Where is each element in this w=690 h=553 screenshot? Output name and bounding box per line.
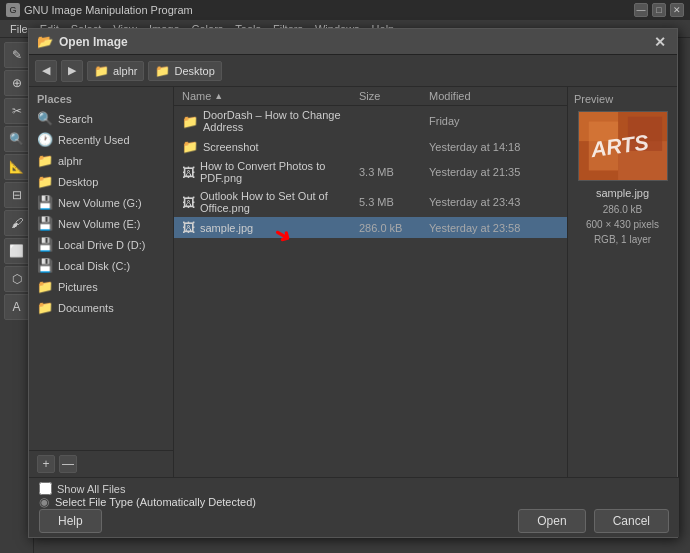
gimp-titlebar: G GNU Image Manipulation Program — □ ✕ (0, 0, 690, 20)
file-row-outlook[interactable]: 🖼 Outlook How to Set Out of Office.png 5… (174, 187, 567, 217)
places-item-recent[interactable]: 🕐 Recently Used (29, 129, 173, 150)
file-row-screenshot[interactable]: 📁 Screenshot Yesterday at 14:18 (174, 136, 567, 157)
dialog-folder-icon: 📂 (37, 34, 53, 49)
breadcrumb-alphr-label: alphr (113, 65, 137, 77)
tool-text[interactable]: A (4, 294, 30, 320)
file-modified-photos-pdf: Yesterday at 21:35 (429, 166, 559, 178)
pictures-folder-icon: 📁 (37, 279, 53, 294)
folder-icon-alphr: 📁 (94, 64, 109, 78)
gimp-window-controls: — □ ✕ (634, 3, 684, 17)
forward-button[interactable]: ▶ (61, 60, 83, 82)
open-image-dialog: 📂 Open Image ✕ ◀ ▶ 📁 alphr 📁 Desktop Pla… (28, 28, 678, 538)
file-modified-doordash: Friday (429, 115, 559, 127)
radio-icon: ◉ (39, 495, 49, 509)
gimp-close-button[interactable]: ✕ (670, 3, 684, 17)
preview-svg: ARTS (579, 111, 667, 181)
file-row-photos-pdf[interactable]: 🖼 How to Convert Photos to PDF.png 3.3 M… (174, 157, 567, 187)
primary-actions: Open Cancel (518, 509, 669, 533)
preview-header: Preview (574, 93, 613, 105)
breadcrumb-desktop[interactable]: 📁 Desktop (148, 61, 221, 81)
file-size-photos-pdf: 3.3 MB (359, 166, 429, 178)
file-name-outlook: Outlook How to Set Out of Office.png (200, 190, 359, 214)
dialog-body: Places 🔍 Search 🕐 Recently Used 📁 alphr … (29, 87, 677, 477)
file-size-sample: 286.0 kB (359, 222, 429, 234)
places-item-desktop[interactable]: 📁 Desktop (29, 171, 173, 192)
places-item-pictures[interactable]: 📁 Pictures (29, 276, 173, 297)
file-size-outlook: 5.3 MB (359, 196, 429, 208)
preview-dimensions: 600 × 430 pixels (586, 219, 659, 230)
col-header-name[interactable]: Name ▲ (182, 90, 359, 102)
tool-crop[interactable]: ✂ (4, 98, 30, 124)
places-item-alphr[interactable]: 📁 alphr (29, 150, 173, 171)
cancel-button[interactable]: Cancel (594, 509, 669, 533)
gimp-minimize-button[interactable]: — (634, 3, 648, 17)
tool-align[interactable]: ⊟ (4, 182, 30, 208)
file-modified-screenshot: Yesterday at 14:18 (429, 141, 559, 153)
tool-select[interactable]: ✎ (4, 42, 30, 68)
dialog-toolbar: ◀ ▶ 📁 alphr 📁 Desktop (29, 55, 677, 87)
places-recent-label: Recently Used (58, 134, 130, 146)
file-name-doordash: DoorDash – How to Change Address (203, 109, 359, 133)
places-header: Places (29, 87, 173, 108)
tool-erase[interactable]: ⬜ (4, 238, 30, 264)
tool-zoom[interactable]: 🔍 (4, 126, 30, 152)
back-button[interactable]: ◀ (35, 60, 57, 82)
show-all-files-label[interactable]: Show All Files (39, 482, 125, 495)
places-alphr-label: alphr (58, 155, 82, 167)
col-header-modified[interactable]: Modified (429, 90, 559, 102)
file-modified-sample: Yesterday at 23:58 (429, 222, 559, 234)
help-button[interactable]: Help (39, 509, 102, 533)
disk-c-icon: 💾 (37, 258, 53, 273)
places-vole-label: New Volume (E:) (58, 218, 141, 230)
places-item-volg[interactable]: 💾 New Volume (G:) (29, 192, 173, 213)
places-search-label: Search (58, 113, 93, 125)
tool-paint[interactable]: 🖌 (4, 210, 30, 236)
tool-measure[interactable]: 📐 (4, 154, 30, 180)
image-sample-icon: 🖼 (182, 220, 195, 235)
places-add-button[interactable]: + (37, 455, 55, 473)
file-row-doordash[interactable]: 📁 DoorDash – How to Change Address Frida… (174, 106, 567, 136)
drive-g-icon: 💾 (37, 195, 53, 210)
places-remove-button[interactable]: — (59, 455, 77, 473)
preview-size: 286.0 kB (603, 204, 642, 215)
open-button[interactable]: Open (518, 509, 585, 533)
places-drived-label: Local Drive D (D:) (58, 239, 145, 251)
preview-image: ARTS (578, 111, 668, 181)
places-item-drived[interactable]: 💾 Local Drive D (D:) (29, 234, 173, 255)
dialog-close-button[interactable]: ✕ (651, 33, 669, 51)
tool-move[interactable]: ⊕ (4, 70, 30, 96)
preview-mode: RGB, 1 layer (594, 234, 651, 245)
places-item-documents[interactable]: 📁 Documents (29, 297, 173, 318)
file-name-sample: sample.jpg (200, 222, 359, 234)
places-volg-label: New Volume (G:) (58, 197, 142, 209)
dialog-title: Open Image (59, 35, 128, 49)
breadcrumb-alphr[interactable]: 📁 alphr (87, 61, 144, 81)
places-documents-label: Documents (58, 302, 114, 314)
recent-icon: 🕐 (37, 132, 53, 147)
search-icon: 🔍 (37, 111, 53, 126)
places-item-diskc[interactable]: 💾 Local Disk (C:) (29, 255, 173, 276)
alphr-folder-icon: 📁 (37, 153, 53, 168)
col-header-size[interactable]: Size (359, 90, 429, 102)
folder-doordash-icon: 📁 (182, 114, 198, 129)
drive-d-icon: 💾 (37, 237, 53, 252)
bottom-row-filetype: ◉ Select File Type (Automatically Detect… (39, 495, 669, 509)
preview-panel: Preview ARTS sample.jpg 286.0 kB 600 × 4… (567, 87, 677, 477)
file-modified-outlook: Yesterday at 23:43 (429, 196, 559, 208)
file-row-sample[interactable]: 🖼 sample.jpg 286.0 kB Yesterday at 23:58 (174, 217, 567, 238)
bottom-actions: Help Open Cancel (39, 509, 669, 533)
places-item-vole[interactable]: 💾 New Volume (E:) (29, 213, 173, 234)
file-type-label: Select File Type (Automatically Detected… (55, 496, 256, 508)
places-diskc-label: Local Disk (C:) (58, 260, 130, 272)
gimp-app-icon: G (6, 3, 20, 17)
places-item-search[interactable]: 🔍 Search (29, 108, 173, 129)
file-name-screenshot: Screenshot (203, 141, 359, 153)
gimp-maximize-button[interactable]: □ (652, 3, 666, 17)
show-all-files-checkbox[interactable] (39, 482, 52, 495)
dialog-titlebar: 📂 Open Image ✕ (29, 29, 677, 55)
tool-fill[interactable]: ⬡ (4, 266, 30, 292)
file-name-photos-pdf: How to Convert Photos to PDF.png (200, 160, 359, 184)
folder-screenshot-icon: 📁 (182, 139, 198, 154)
folder-icon-desktop: 📁 (155, 64, 170, 78)
sort-arrow: ▲ (214, 91, 223, 101)
